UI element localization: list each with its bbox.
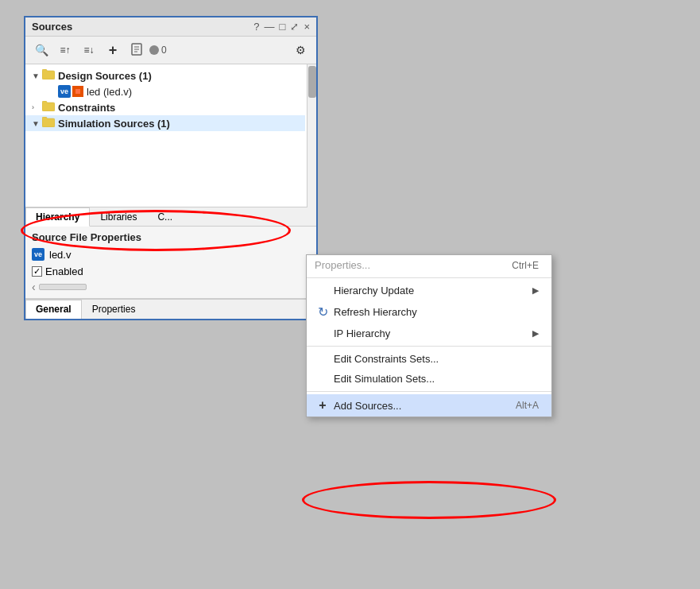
sfp-horizontal-scrollbar[interactable] xyxy=(39,284,87,290)
menu-item-properties[interactable]: Properties... Ctrl+E xyxy=(307,255,551,275)
enabled-checkbox[interactable]: ✓ xyxy=(32,266,42,277)
minimize-button[interactable]: — xyxy=(265,21,275,33)
add-icon: + xyxy=(109,42,118,59)
menu-item-edit-simulation[interactable]: Edit Simulation Sets... xyxy=(307,369,551,389)
close-button[interactable]: × xyxy=(304,21,310,33)
sources-panel: Sources ? — □ ⤢ × 🔍 ≡↑ ≡↓ + 0 xyxy=(24,16,318,320)
tab-libraries[interactable]: Libraries xyxy=(90,207,147,227)
panel-titlebar: Sources ? — □ ⤢ × xyxy=(25,17,316,37)
scroll-thumb[interactable] xyxy=(308,66,316,98)
sfp-title: Source File Properties xyxy=(32,231,310,243)
scroll-left-arrow[interactable]: ‹ xyxy=(32,281,36,293)
ip-hierarchy-arrow: ▶ xyxy=(532,328,539,339)
add-button[interactable]: + xyxy=(102,40,124,60)
menu-label-edit-constraints: Edit Constraints Sets... xyxy=(334,353,439,365)
simulation-sources-label: Simulation Sources (1) xyxy=(58,118,170,130)
maximize-button[interactable]: □ xyxy=(280,21,286,33)
menu-label-hierarchy-update: Hierarchy Update xyxy=(334,285,414,296)
folder-icon-constraints xyxy=(42,101,55,114)
doc-icon xyxy=(131,43,142,58)
bottom-tabs: General Properties xyxy=(25,299,316,319)
search-button[interactable]: 🔍 xyxy=(30,40,52,60)
led-label: led (led.v) xyxy=(87,86,132,98)
menu-label-add-sources: Add Sources... xyxy=(334,400,401,412)
tabs-row: Hierarchy Libraries C... xyxy=(25,207,316,227)
gear-button[interactable]: ⚙ xyxy=(289,40,311,60)
badge-dot xyxy=(149,45,159,55)
menu-item-add-sources[interactable]: + Add Sources... Alt+A xyxy=(307,394,551,417)
tree-item-design-sources[interactable]: ▼ Design Sources (1) xyxy=(25,68,305,83)
menu-shortcut-add-sources: Alt+A xyxy=(516,400,539,411)
menu-separator-1 xyxy=(307,277,551,278)
menu-shortcut-properties: Ctrl+E xyxy=(512,260,539,271)
tab-hierarchy[interactable]: Hierarchy xyxy=(25,207,90,227)
menu-separator-3 xyxy=(307,391,551,392)
tree-container: ▼ Design Sources (1) ve led (led.v) › xyxy=(25,64,316,207)
ve-icon-sfp: ve xyxy=(32,248,44,261)
sfp-scrollbar-row: ‹ xyxy=(32,281,310,293)
bottom-tab-general[interactable]: General xyxy=(25,300,82,319)
sfp-file-row: ve led.v xyxy=(32,248,310,261)
constraints-label: Constraints xyxy=(58,102,115,114)
bottom-tab-properties[interactable]: Properties xyxy=(82,300,146,319)
gear-icon: ⚙ xyxy=(296,44,306,56)
search-icon: 🔍 xyxy=(35,44,48,56)
tree-area: ▼ Design Sources (1) ve led (led.v) › xyxy=(25,64,316,207)
help-button[interactable]: ? xyxy=(253,21,259,33)
svg-rect-5 xyxy=(75,89,80,94)
design-sources-label: Design Sources (1) xyxy=(58,70,152,82)
menu-label-properties: Properties... xyxy=(315,259,370,271)
add-sources-plus-icon: + xyxy=(315,398,331,413)
badge-count: 0 xyxy=(161,45,167,56)
arrow-constraints: › xyxy=(32,103,40,111)
menu-label-refresh-hierarchy: Refresh Hierarchy xyxy=(334,306,417,318)
titlebar-controls: ? — □ ⤢ × xyxy=(253,21,310,33)
menu-item-edit-constraints[interactable]: Edit Constraints Sets... xyxy=(307,349,551,369)
menu-label-ip-hierarchy: IP Hierarchy xyxy=(334,327,390,339)
expand-all-icon: ≡↓ xyxy=(83,45,94,56)
enabled-label: Enabled xyxy=(45,265,83,277)
badge-area: 0 xyxy=(149,45,167,56)
refresh-icon: ↻ xyxy=(315,304,331,320)
sfp-filename: led.v xyxy=(49,249,71,261)
context-menu: Properties... Ctrl+E Hierarchy Update ▶ … xyxy=(306,254,552,417)
expand-all-button[interactable]: ≡↓ xyxy=(78,40,100,60)
hierarchy-update-arrow: ▶ xyxy=(532,285,539,296)
vertical-scrollbar[interactable] xyxy=(307,64,316,207)
tree-item-constraints[interactable]: › Constraints xyxy=(25,99,305,115)
panel-title: Sources xyxy=(32,21,72,33)
arrow-simulation: ▼ xyxy=(32,119,40,128)
add-sources-highlight-oval xyxy=(302,481,556,519)
restore-button[interactable]: ⤢ xyxy=(290,21,299,33)
ve-icon-led: ve xyxy=(58,85,71,98)
sfp-enabled-row: ✓ Enabled xyxy=(32,265,310,277)
collapse-all-icon: ≡↑ xyxy=(60,45,70,56)
source-file-properties-panel: Source File Properties ve led.v ✓ Enable… xyxy=(25,227,316,299)
tree-item-simulation-sources[interactable]: ▼ Simulation Sources (1) xyxy=(25,115,305,131)
toolbar: 🔍 ≡↑ ≡↓ + 0 ⚙ xyxy=(25,37,316,64)
folder-icon-simulation xyxy=(42,117,55,130)
folder-icon-design xyxy=(42,69,55,82)
menu-separator-2 xyxy=(307,346,551,347)
block-icon-led xyxy=(72,86,83,97)
arrow-design-sources: ▼ xyxy=(32,72,40,80)
menu-label-edit-simulation: Edit Simulation Sets... xyxy=(334,373,435,385)
collapse-all-button[interactable]: ≡↑ xyxy=(54,40,76,60)
tree-item-led[interactable]: ve led (led.v) xyxy=(25,83,305,99)
menu-item-ip-hierarchy[interactable]: IP Hierarchy ▶ xyxy=(307,324,551,343)
doc-button[interactable] xyxy=(126,40,148,60)
tab-compile[interactable]: C... xyxy=(147,207,183,227)
menu-item-hierarchy-update[interactable]: Hierarchy Update ▶ xyxy=(307,281,551,300)
menu-item-refresh-hierarchy[interactable]: ↻ Refresh Hierarchy xyxy=(307,300,551,324)
